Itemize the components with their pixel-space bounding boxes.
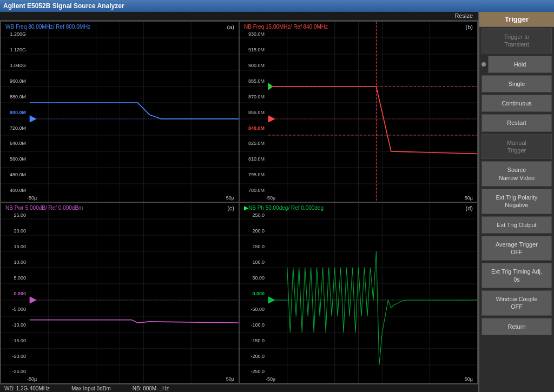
status-left: WB: 1.2G-400MHz [4,386,50,391]
resize-bar: Resize [0,12,478,21]
chart-a-x-axis: -50µ50µ [27,195,234,202]
chart-d-corner: (d) [466,205,473,211]
hold-dot-icon [482,62,486,67]
svg-marker-16 [30,115,37,122]
chart-panel-a: WB Freq 80.00MHz/ Ref 800.0MHz (a) 1.200… [1,22,239,202]
charts-grid: WB Freq 80.00MHz/ Ref 800.0MHz (a) 1.200… [0,21,478,384]
chart-c-svg [1,203,239,383]
status-center: Max Input 0dBm [71,386,111,391]
resize-label[interactable]: Resize [454,12,473,19]
chart-b-x-axis: -50µ50µ [266,195,473,202]
status-bar: WB: 1.2G-400MHz Max Input 0dBm NB: 800M-… [0,384,478,392]
main-layout: Resize WB Freq 80.00MHz/ Ref 800.0MHz (a… [0,12,554,392]
chart-area: Resize WB Freq 80.00MHz/ Ref 800.0MHz (a… [0,12,478,392]
window-couple-button[interactable]: Window CoupleOFF [482,290,552,316]
chart-c-corner: (c) [227,205,234,211]
status-right: NB: 800M-...Hz [133,386,169,391]
app-title: Agilent E5052B Signal Source Analyzer [3,2,124,10]
chart-a-label: WB Freq 80.00MHz/ Ref 800.0MHz [5,24,90,30]
svg-marker-36 [268,115,275,122]
chart-panel-c: NB Pwr 5.000dB/ Ref 0.000dBm (c) 25.00 2… [1,203,239,383]
chart-b-corner: (b) [466,24,473,30]
chart-d-label: ▶NB Ph 50.00deg/ Ref 0.000deg [244,205,324,211]
sidebar-header: Trigger [479,12,554,27]
chart-a-svg [1,22,239,202]
chart-b-label: NB Freq 15.00MHz/ Ref 840.0MHz [244,24,328,30]
chart-c-x-axis: -50µ50µ [27,376,234,383]
chart-a-corner: (a) [227,24,234,30]
ext-trig-output-button[interactable]: Ext Trig Output [482,216,552,234]
ext-trig-polarity-button[interactable]: Ext Trig PolarityNegative [482,189,552,214]
chart-panel-b: NB Freq 15.00MHz/ Ref 840.0MHz (b) 930.0… [240,22,477,202]
title-bar: Agilent E5052B Signal Source Analyzer [0,0,554,12]
chart-d-svg [240,203,477,383]
average-trigger-button[interactable]: Average TriggerOFF [482,236,552,261]
sidebar: Trigger Trigger toTransient Hold Single … [478,12,554,392]
single-button[interactable]: Single [482,75,552,92]
restart-button[interactable]: Restart [482,114,552,131]
trigger-to-transient-button[interactable]: Trigger toTransient [482,28,552,54]
continuous-button[interactable]: Continuous [482,95,552,112]
chart-panel-d: ▶NB Ph 50.00deg/ Ref 0.000deg (d) 250.0 … [240,203,477,383]
chart-d-x-axis: -50µ50µ [266,376,473,383]
chart-b-svg [240,22,477,202]
hold-button[interactable]: Hold [488,56,552,73]
svg-marker-54 [30,297,37,304]
manual-trigger-button[interactable]: ManualTrigger [482,134,552,160]
source-narrow-video-button[interactable]: SourceNarrow Video [482,161,552,187]
return-button[interactable]: Return [482,318,552,335]
chart-c-label: NB Pwr 5.000dB/ Ref 0.000dBm [5,205,83,211]
ext-trig-timing-button[interactable]: Ext Trig Timing Adj.0s [482,263,552,288]
